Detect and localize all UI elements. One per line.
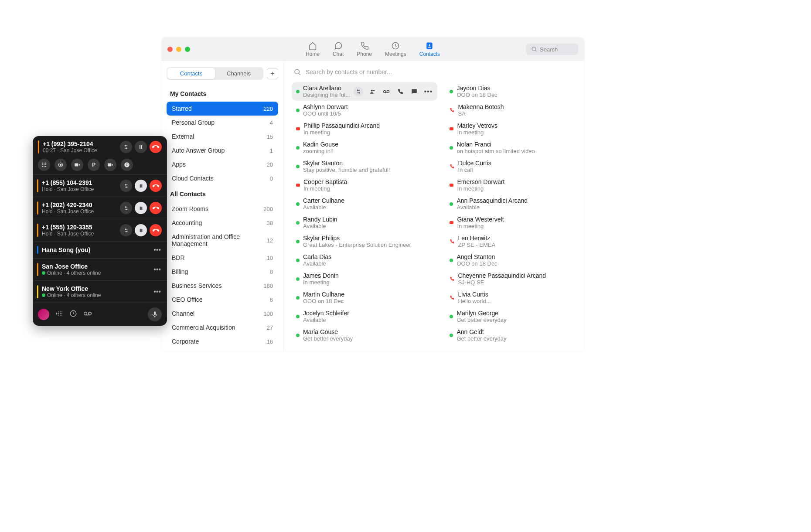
contact-row[interactable]: Carla DiasAvailable — [292, 251, 437, 269]
resume-button[interactable] — [135, 180, 147, 192]
pause-button[interactable] — [135, 141, 147, 153]
close-window-button[interactable] — [167, 47, 173, 52]
record-button[interactable] — [55, 159, 67, 171]
contact-row[interactable]: Jaydon DiasOOO on 18 Dec — [445, 82, 576, 101]
contact-row[interactable]: Dulce CurtisIn call — [445, 157, 576, 176]
contact-row[interactable]: Skylar PhilipsGreat Lakes - Enterprise S… — [292, 232, 437, 251]
seg-contacts[interactable]: Contacts — [167, 68, 215, 79]
mute-button[interactable] — [148, 307, 162, 321]
info-button[interactable] — [121, 159, 133, 171]
resume-button[interactable] — [135, 224, 147, 236]
contact-row[interactable]: James DoninIn meeting — [292, 269, 437, 288]
office-row[interactable]: New York OfficeOnline · 4 others online•… — [33, 281, 167, 303]
seg-channels[interactable]: Channels — [215, 68, 262, 79]
video-button[interactable] — [71, 159, 83, 171]
voicemail-button[interactable] — [83, 309, 92, 320]
record-icon — [58, 162, 64, 168]
sidebar-group-item[interactable]: CEO Office6 — [167, 293, 278, 307]
contact-row[interactable]: Nolan Francion hotspot atm so limited vi… — [445, 138, 576, 157]
held-call-row[interactable]: +1 (855) 104-2391Hold · San Jose Office — [33, 175, 167, 197]
hangup-button[interactable] — [150, 141, 162, 153]
contact-row[interactable]: Kadin Gousezooming in!! — [292, 138, 437, 157]
contact-row[interactable]: Marilyn GeorgeGet better everyday — [445, 307, 576, 326]
meet-button[interactable] — [104, 159, 116, 171]
add-contact-button[interactable]: + — [267, 68, 278, 79]
sidebar-group-item[interactable]: Starred220 — [167, 102, 278, 116]
contact-row[interactable]: Cheyenne Passaquindici ArcandSJ-HQ SE — [445, 269, 576, 288]
nav-meetings[interactable]: Meetings — [385, 41, 406, 57]
nav-phone[interactable]: Phone — [357, 41, 372, 57]
held-call-row[interactable]: +1 (202) 420-2340Hold · San Jose Office — [33, 197, 167, 219]
sidebar-group-item[interactable]: Auto Answer Group1 — [167, 143, 278, 157]
history-button[interactable] — [69, 310, 77, 319]
sidebar-group-item[interactable]: Commercial Acquisition27 — [167, 321, 278, 334]
sidebar-group-item[interactable]: Corporate16 — [167, 334, 278, 348]
transfer-button[interactable] — [354, 87, 363, 96]
sidebar-group-item[interactable]: Cloud Contacts0 — [167, 171, 278, 185]
sidebar-group-item[interactable]: External15 — [167, 130, 278, 143]
add-keypad-button[interactable] — [55, 310, 63, 319]
transfer-button[interactable] — [120, 180, 132, 192]
call-button[interactable] — [395, 87, 405, 96]
park-button[interactable]: P — [88, 159, 100, 171]
transfer-button[interactable] — [120, 202, 132, 214]
contact-row[interactable]: Carter CulhaneAvailable — [292, 194, 437, 213]
resume-button[interactable] — [135, 202, 147, 214]
sidebar-group-item[interactable]: Zoom Rooms200 — [167, 202, 278, 216]
chat-button[interactable] — [409, 87, 419, 96]
office-row[interactable]: San Jose OfficeOnline · 4 others online•… — [33, 259, 167, 281]
more-button[interactable]: ••• — [153, 266, 167, 273]
sidebar-group-item[interactable]: Business Services180 — [167, 279, 278, 293]
transfer-button[interactable] — [120, 224, 132, 236]
contact-row[interactable]: Ann Passaquindici ArcandAvailable — [445, 194, 576, 213]
hangup-button[interactable] — [150, 224, 162, 236]
keypad-icon — [41, 162, 47, 168]
contact-row[interactable]: Cooper BaptistaIn meeting — [292, 176, 437, 194]
contact-row[interactable]: Ashlynn DorwartOOO until 10/5 — [292, 101, 437, 119]
contact-row[interactable]: Maria GouseGet better everyday — [292, 326, 437, 344]
contact-row[interactable]: Phillip Passaquindici ArcandIn meeting — [292, 119, 437, 138]
self-avatar[interactable] — [38, 309, 49, 320]
presence-available-icon — [450, 315, 453, 318]
contact-row[interactable]: Livia CurtisHello world... — [445, 288, 576, 307]
contact-row[interactable]: Randy LubinAvailable — [292, 213, 437, 232]
global-search[interactable]: Search — [526, 43, 578, 55]
nav-chat[interactable]: Chat — [333, 41, 344, 57]
maximize-window-button[interactable] — [185, 47, 190, 52]
contact-row[interactable]: Jocelyn SchleiferAvailable — [292, 307, 437, 326]
add-person-button[interactable] — [368, 87, 377, 96]
hangup-button[interactable] — [150, 180, 162, 192]
more-button[interactable]: ••• — [153, 288, 167, 296]
sidebar-group-item[interactable]: Data Science47 — [167, 348, 278, 351]
sidebar-group-item[interactable]: Accounting38 — [167, 216, 278, 230]
keypad-button[interactable] — [38, 159, 50, 171]
held-call-row[interactable]: +1 (555) 120-3355Hold · San Jose Office — [33, 219, 167, 242]
contact-row[interactable]: Giana WesterveltIn meeting — [445, 213, 576, 232]
sidebar-group-item[interactable]: Billing8 — [167, 265, 278, 279]
contact-row[interactable]: Makenna BotoshSA — [445, 101, 576, 119]
group-count: 4 — [270, 119, 273, 126]
more-button[interactable]: ••• — [423, 87, 433, 96]
contact-search[interactable]: Search by contacts or number... — [292, 66, 576, 82]
contact-row[interactable]: Marley VetrovsIn meeting — [445, 119, 576, 138]
more-button[interactable]: ••• — [153, 246, 167, 254]
self-row[interactable]: Hana Song (you) ••• — [33, 242, 167, 259]
nav-contacts[interactable]: Contacts — [419, 41, 440, 57]
sidebar-group-item[interactable]: Personal Group4 — [167, 116, 278, 130]
contact-row[interactable]: Emerson DorwartIn meeting — [445, 176, 576, 194]
sidebar-group-item[interactable]: Administration and Office Management12 — [167, 230, 278, 251]
hangup-button[interactable] — [150, 202, 162, 214]
sidebar-group-item[interactable]: Channel100 — [167, 307, 278, 321]
contact-row[interactable]: Leo HerwitzZP SE - EMEA — [445, 232, 576, 251]
transfer-button[interactable] — [120, 141, 132, 153]
contact-row[interactable]: Skylar StantonStay positive, humble and … — [292, 157, 437, 176]
contact-row[interactable]: Angel StantonOOO on 18 Dec — [445, 251, 576, 269]
sidebar-group-item[interactable]: Apps20 — [167, 157, 278, 171]
sidebar-group-item[interactable]: BDR10 — [167, 251, 278, 265]
minimize-window-button[interactable] — [176, 47, 181, 52]
voicemail-button[interactable] — [382, 87, 391, 96]
nav-home[interactable]: Home — [306, 41, 320, 57]
contact-row[interactable]: Martin CulhaneOOO on 18 Dec — [292, 288, 437, 307]
contact-row[interactable]: Clara ArellanoDesigning the fut...••• — [292, 82, 437, 101]
contact-row[interactable]: Ann GeidtGet better everyday — [445, 326, 576, 344]
